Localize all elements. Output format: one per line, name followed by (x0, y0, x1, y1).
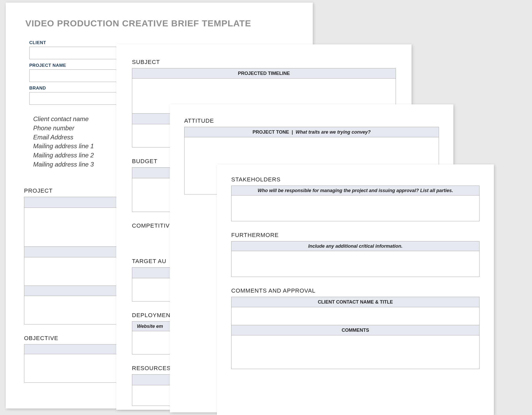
projected-timeline-bar: PROJECTED TIMELINE (132, 68, 396, 79)
tone-label-text: PROJECT TONE (253, 129, 289, 135)
attitude-section-label: ATTITUDE (184, 117, 439, 124)
subject-section-label: SUBJECT (132, 59, 396, 66)
furthermore-prompt-bar: Include any additional critical informat… (231, 241, 479, 251)
client-contact-bar-text: CLIENT CONTACT NAME & TITLE (318, 299, 393, 305)
comments-field[interactable] (231, 335, 479, 369)
client-contact-field[interactable] (231, 307, 479, 325)
stakeholders-field[interactable] (231, 195, 479, 221)
furthermore-section: FURTHERMORE Include any additional criti… (231, 232, 479, 277)
furthermore-prompt-text: Include any additional critical informat… (308, 244, 402, 249)
furthermore-section-label: FURTHERMORE (231, 232, 479, 239)
deployment-sub-text: Website em (137, 324, 163, 329)
page-4: STAKEHOLDERS Who will be responsible for… (217, 164, 494, 415)
stakeholders-prompt-text: Who will be responsible for managing the… (258, 188, 453, 193)
stakeholders-prompt-bar: Who will be responsible for managing the… (231, 186, 479, 195)
tone-sep: | (292, 129, 293, 135)
comments-bar: COMMENTS (231, 325, 479, 335)
stakeholders-section: STAKEHOLDERS Who will be responsible for… (231, 176, 479, 221)
furthermore-field[interactable] (231, 251, 479, 277)
tone-question: What traits are we trying convey? (296, 129, 371, 135)
stakeholders-section-label: STAKEHOLDERS (231, 176, 479, 183)
comments-section-label: COMMENTS AND APPROVAL (231, 287, 479, 294)
client-contact-bar: CLIENT CONTACT NAME & TITLE (231, 297, 479, 307)
project-tone-bar: PROJECT TONE | What traits are we trying… (184, 127, 439, 137)
comments-approval-section: COMMENTS AND APPROVAL CLIENT CONTACT NAM… (231, 287, 479, 369)
document-title: VIDEO PRODUCTION CREATIVE BRIEF TEMPLATE (25, 18, 294, 28)
projected-timeline-text: PROJECTED TIMELINE (238, 71, 290, 76)
comments-bar-text: COMMENTS (342, 328, 369, 333)
